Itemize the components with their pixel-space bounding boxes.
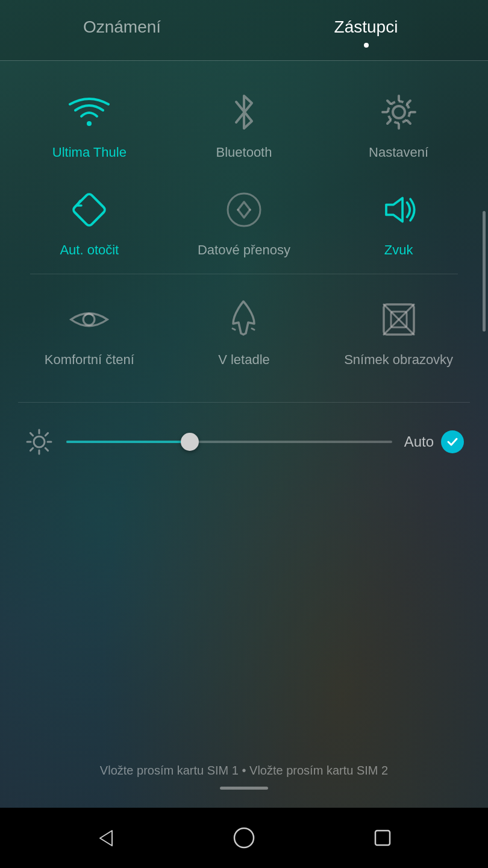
nav-home-button[interactable]	[226, 820, 262, 856]
quick-tiles-area: Ultima Thule Bluetooth	[0, 61, 488, 396]
svg-line-18	[30, 448, 33, 450]
tile-sound-label: Zvuk	[384, 242, 413, 259]
slider-track	[66, 441, 392, 443]
tile-screenshot-label: Snímek obrazovky	[344, 351, 453, 369]
svg-point-2	[388, 101, 410, 123]
svg-point-1	[393, 106, 405, 118]
svg-line-16	[45, 448, 48, 450]
slider-fill	[66, 441, 190, 443]
auto-brightness-section: Auto	[404, 430, 464, 453]
sim-status: Vložte prosím kartu SIM 1 • Vložte prosí…	[0, 752, 488, 808]
tiles-separator	[30, 274, 458, 274]
auto-brightness-toggle[interactable]	[441, 430, 464, 453]
tile-data-label: Datové přenosy	[198, 242, 290, 259]
slider-thumb[interactable]	[181, 433, 199, 451]
svg-point-0	[87, 121, 92, 126]
svg-point-10	[34, 436, 45, 447]
auto-label: Auto	[404, 433, 434, 450]
tile-reading[interactable]: Komfortní čtení	[23, 286, 155, 378]
brightness-separator	[18, 402, 470, 403]
brightness-icon	[24, 427, 54, 457]
tile-nastaveni[interactable]: Nastavení	[333, 79, 465, 171]
sound-icon	[378, 189, 420, 231]
svg-line-15	[30, 433, 33, 435]
tile-rotate-label: Aut. otočit	[60, 242, 119, 259]
svg-rect-21	[375, 831, 390, 845]
tile-rotate[interactable]: Aut. otočit	[23, 177, 155, 268]
svg-rect-3	[72, 192, 107, 227]
bluetooth-icon	[223, 91, 265, 133]
svg-marker-19	[100, 831, 112, 846]
tile-wifi[interactable]: Ultima Thule	[23, 79, 155, 171]
tiles-row-3: Komfortní čtení V letadle	[12, 286, 476, 378]
tile-wifi-label: Ultima Thule	[52, 144, 127, 162]
data-icon	[223, 189, 265, 231]
settings-icon	[378, 91, 420, 133]
tile-airplane-label: V letadle	[218, 351, 270, 369]
svg-point-4	[228, 193, 260, 226]
tile-bluetooth-label: Bluetooth	[216, 144, 272, 162]
tile-screenshot[interactable]: Snímek obrazovky	[333, 286, 465, 378]
brightness-slider[interactable]	[66, 440, 392, 444]
spacer	[0, 475, 488, 752]
tiles-row-2: Aut. otočit Datové přenosy	[12, 177, 476, 268]
screenshot-icon	[378, 298, 420, 341]
tab-bar: Oznámení Zástupci	[0, 0, 488, 60]
nav-back-button[interactable]	[87, 820, 124, 856]
svg-line-17	[45, 433, 48, 435]
home-indicator	[220, 787, 268, 790]
tile-sound[interactable]: Zvuk	[333, 177, 465, 268]
rotate-icon	[68, 189, 110, 231]
nav-recent-button[interactable]	[364, 820, 401, 856]
tile-airplane[interactable]: V letadle	[178, 286, 310, 378]
tile-data[interactable]: Datové přenosy	[178, 177, 310, 268]
tile-bluetooth[interactable]: Bluetooth	[178, 79, 310, 171]
tile-nastaveni-label: Nastavení	[369, 144, 428, 162]
tab-active-indicator	[364, 43, 369, 48]
tab-oznameni[interactable]: Oznámení	[0, 17, 244, 43]
tiles-row-1: Ultima Thule Bluetooth	[12, 79, 476, 171]
nav-bar	[0, 808, 488, 868]
wifi-icon	[68, 91, 110, 133]
sim-text: Vložte prosím kartu SIM 1 • Vložte prosí…	[12, 764, 476, 778]
eye-icon	[68, 298, 110, 341]
brightness-control: Auto	[0, 409, 488, 475]
airplane-icon	[223, 298, 265, 341]
tab-zastupci[interactable]: Zástupci	[244, 17, 488, 43]
svg-point-20	[234, 828, 254, 848]
tile-reading-label: Komfortní čtení	[45, 351, 134, 369]
